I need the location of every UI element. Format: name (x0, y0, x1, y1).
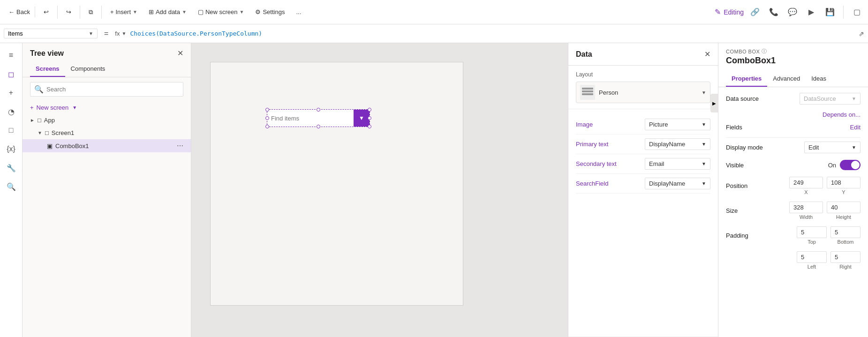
combobox-widget[interactable]: ▼ (267, 109, 370, 127)
tree-item-screen1[interactable]: ▼ □ Screen1 (23, 127, 191, 139)
handle-bm (317, 125, 320, 128)
padding-right-input[interactable] (830, 251, 860, 263)
search-field-value: DisplayName (649, 180, 685, 187)
fields-edit-link[interactable]: Edit (850, 124, 860, 131)
search-icon: 🔍 (34, 85, 44, 94)
save-button[interactable]: 💾 (823, 5, 838, 20)
copy-button[interactable]: ⧉ (84, 7, 98, 18)
controls-icon-btn[interactable]: □ (3, 122, 20, 139)
top-toolbar: ← Back ↩ ↪ ⧉ + Insert ▼ ⊞ Add data ▼ ▢ N… (0, 0, 868, 24)
top-label: Top (808, 239, 816, 245)
layout-option-person[interactable]: Person ▼ (576, 82, 710, 103)
search-field-select[interactable]: DisplayName ▼ (645, 178, 710, 189)
add-data-label: Add data (156, 8, 180, 15)
handle-tr (368, 108, 371, 112)
bottom-label: Bottom (838, 239, 854, 245)
plus-icon-btn[interactable]: + (3, 84, 20, 101)
padding-lr-group: Left Right (797, 251, 860, 270)
search-input[interactable] (46, 86, 179, 93)
tools-icon-btn[interactable]: 🔧 (3, 159, 20, 176)
screen-icon: ▢ (198, 8, 204, 15)
expand-button[interactable]: ▢ (849, 5, 864, 20)
property-arrow: ▼ (89, 31, 93, 36)
handle-bl (265, 125, 269, 128)
secondary-field-select[interactable]: Email ▼ (645, 158, 710, 170)
prop-position: Position X Y (726, 177, 860, 195)
help-icon[interactable]: ⓘ (762, 48, 767, 55)
fx-button[interactable]: fx ▼ (115, 30, 126, 37)
formula-expand-icon[interactable]: ⇗ (859, 30, 864, 37)
data-close-button[interactable]: ✕ (704, 50, 710, 59)
image-field-select[interactable]: Picture ▼ (645, 119, 710, 130)
pencil-icon: ✎ (715, 7, 721, 16)
undo-button[interactable]: ↩ (39, 7, 53, 17)
tree-item-app[interactable]: ► □ App (23, 114, 191, 127)
plus-icon: + (110, 8, 114, 15)
combobox-icon: ▣ (47, 142, 53, 150)
redo-button[interactable]: ↪ (61, 7, 76, 17)
back-button[interactable]: ← Back (4, 7, 35, 17)
home-icon-btn[interactable]: ≡ (3, 47, 20, 64)
tab-properties[interactable]: Properties (726, 71, 767, 87)
data-icon-btn[interactable]: ◔ (3, 103, 20, 120)
property-dropdown[interactable]: Items ▼ (4, 29, 98, 38)
tree-item-combobox1-label: ComboBox1 (55, 142, 89, 150)
add-data-button[interactable]: ⊞ Add data ▼ (144, 7, 191, 17)
depends-on-link[interactable]: Depends on... (726, 111, 860, 118)
padding-tb-group: Top Bottom (797, 226, 860, 245)
size-width-input[interactable] (789, 202, 823, 213)
data-layout-section: Layout Person ▼ (568, 66, 718, 109)
layout-chevron-icon: ▼ (702, 90, 706, 95)
position-y-input[interactable] (827, 177, 860, 188)
formula-input[interactable] (130, 30, 855, 37)
svg-rect-2 (582, 93, 593, 95)
tree-item-combobox1[interactable]: ▣ ComboBox1 ⋯ (23, 139, 191, 152)
tab-screens[interactable]: Screens (30, 61, 65, 77)
padding-label: Padding (726, 232, 748, 239)
datasource-select[interactable]: DataSource ▼ (800, 93, 860, 105)
tab-ideas[interactable]: Ideas (806, 71, 832, 87)
position-x-input[interactable] (789, 177, 823, 188)
left-sidebar: ≡ ◻ + ◔ □ {x} 🔧 🔍 (0, 43, 23, 337)
padding-top-input[interactable] (797, 226, 827, 238)
comment-button[interactable]: 💬 (785, 5, 800, 20)
size-height-input[interactable] (827, 202, 860, 213)
tree-item-more-icon[interactable]: ⋯ (177, 142, 183, 150)
insert-button[interactable]: + Insert ▼ (106, 7, 142, 17)
props-header: COMBO BOX ⓘ ComboBox1 (718, 43, 868, 71)
share-button[interactable]: 🔗 (747, 5, 762, 20)
data-field-search: SearchField DisplayName ▼ (576, 174, 710, 194)
insert-arrow: ▼ (133, 9, 137, 15)
new-screen-button[interactable]: ▢ New screen ▼ (193, 7, 249, 17)
combobox-dropdown-btn[interactable]: ▼ (354, 110, 370, 127)
search-icon-btn[interactable]: 🔍 (3, 178, 20, 195)
prop-datasource: Data source DataSource ▼ (726, 93, 860, 105)
more-button[interactable]: ... (291, 7, 306, 17)
sep1 (57, 6, 58, 19)
tree-title: Tree view (30, 49, 64, 58)
visible-toggle[interactable] (840, 160, 860, 170)
layers-icon-btn[interactable]: ◻ (3, 66, 20, 82)
play-button[interactable]: ▶ (804, 5, 819, 20)
svg-rect-0 (582, 88, 593, 90)
tab-components[interactable]: Components (65, 61, 111, 77)
sep3 (101, 6, 102, 19)
editing-status: ✎ Editing (715, 7, 744, 16)
tab-advanced[interactable]: Advanced (767, 71, 806, 87)
tree-close-button[interactable]: ✕ (177, 49, 183, 58)
layout-section-label: Layout (576, 71, 710, 78)
new-screen-label: New screen (205, 8, 238, 15)
visible-label: Visible (726, 162, 744, 169)
plus-icon-tree: + (30, 104, 34, 111)
combobox-find-input[interactable] (267, 113, 354, 124)
new-screen-button-tree[interactable]: + New screen ▼ (23, 101, 191, 114)
primary-field-select[interactable]: DisplayName ▼ (645, 138, 710, 150)
display-mode-value: Edit (808, 144, 819, 151)
right-label: Right (839, 264, 852, 270)
display-mode-select[interactable]: Edit ▼ (804, 142, 860, 153)
phone-button[interactable]: 📞 (766, 5, 781, 20)
padding-bottom-input[interactable] (830, 226, 860, 238)
variables-icon-btn[interactable]: {x} (3, 141, 20, 157)
settings-button[interactable]: ⚙ Settings (250, 7, 289, 17)
padding-left-input[interactable] (797, 251, 827, 263)
